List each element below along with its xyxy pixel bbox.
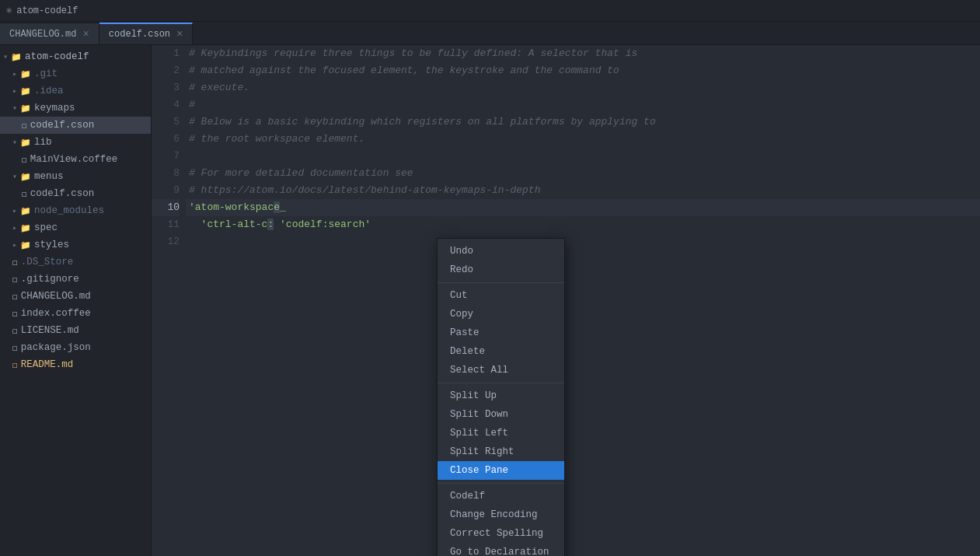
sidebar-item-menus[interactable]: ▾ 📁 menus <box>0 168 151 185</box>
sidebar-item-spec[interactable]: ▸ 📁 spec <box>0 219 151 236</box>
sidebar-item-gitignore[interactable]: ◻ .gitignore <box>0 271 151 288</box>
sidebar-item-lib-label: lib <box>34 137 52 148</box>
sidebar-item-license-md-label: LICENSE.md <box>21 325 79 336</box>
sidebar-item-idea[interactable]: ▸ 📁 .idea <box>0 82 151 100</box>
menu-separator-3 <box>438 483 564 484</box>
menu-item-split-left[interactable]: Split Left <box>438 424 564 442</box>
file-icon: ◻ <box>12 343 18 353</box>
editor-content: 1 2 3 4 5 6 7 8 9 10 11 12 # Keybindings… <box>152 45 980 556</box>
menu-item-copy[interactable]: Copy <box>438 305 564 323</box>
line-num-5: 5 <box>152 114 180 131</box>
folder-icon: 📁 <box>20 86 31 96</box>
tab-changelog-close[interactable]: × <box>82 29 89 40</box>
file-icon: ◻ <box>22 155 27 165</box>
menu-item-change-encoding[interactable]: Change Encoding <box>438 505 564 524</box>
chevron-right-icon: ▸ <box>12 206 17 215</box>
sidebar-item-ds-store[interactable]: ◻ .DS_Store <box>0 254 151 271</box>
menu-item-codelf[interactable]: Codelf <box>438 487 564 505</box>
sidebar: ▾ 📁 atom-codelf ▸ 📁 .git ▸ 📁 .idea ▾ 📁 k… <box>0 45 152 556</box>
menu-item-select-all[interactable]: Select All <box>438 361 564 379</box>
line-num-12: 12 <box>152 233 180 250</box>
menu-item-correct-spelling[interactable]: Correct Spelling <box>438 524 564 543</box>
sidebar-item-menus-label: menus <box>34 171 64 182</box>
sidebar-item-index-coffee-label: index.coffee <box>21 308 91 319</box>
line-num-3: 3 <box>152 79 180 96</box>
app-icon: ⚛ <box>6 5 12 16</box>
menu-separator-2 <box>438 383 564 383</box>
folder-icon: 📁 <box>20 69 31 79</box>
sidebar-item-codelf-cson-menus-label: codelf.cson <box>30 188 95 199</box>
file-icon: ◻ <box>12 292 18 302</box>
sidebar-item-styles[interactable]: ▸ 📁 styles <box>0 236 151 254</box>
chevron-down-icon: ▾ <box>3 52 8 61</box>
code-line-5: # Below is a basic keybinding which regi… <box>186 114 980 131</box>
sidebar-item-git-label: .git <box>34 68 58 79</box>
menu-item-paste[interactable]: Paste <box>438 323 564 342</box>
sidebar-item-mainview-coffee[interactable]: ◻ MainView.coffee <box>0 151 151 168</box>
code-line-7 <box>186 148 980 165</box>
file-icon: ◻ <box>22 121 27 131</box>
main-area: ▾ 📁 atom-codelf ▸ 📁 .git ▸ 📁 .idea ▾ 📁 k… <box>0 45 980 556</box>
line-num-1: 1 <box>152 45 180 62</box>
sidebar-item-package-json[interactable]: ◻ package.json <box>0 339 151 356</box>
sidebar-item-codelf-cson[interactable]: ◻ codelf.cson <box>0 117 151 134</box>
sidebar-item-git[interactable]: ▸ 📁 .git <box>0 65 151 82</box>
code-line-4: # <box>186 96 980 114</box>
folder-icon: 📁 <box>20 206 31 216</box>
editor[interactable]: 1 2 3 4 5 6 7 8 9 10 11 12 # Keybindings… <box>152 45 980 556</box>
menu-item-delete[interactable]: Delete <box>438 342 564 361</box>
menu-item-split-down[interactable]: Split Down <box>438 405 564 424</box>
menu-item-split-right[interactable]: Split Right <box>438 442 564 461</box>
menu-item-go-to-declaration[interactable]: Go to Declaration <box>438 543 564 556</box>
sidebar-item-spec-label: spec <box>34 222 58 233</box>
sidebar-item-license-md[interactable]: ◻ LICENSE.md <box>0 322 151 339</box>
sidebar-item-gitignore-label: .gitignore <box>21 274 79 285</box>
code-line-1: # Keybindings require three things to be… <box>186 45 980 62</box>
sidebar-item-mainview-coffee-label: MainView.coffee <box>30 154 118 165</box>
tab-codelf-cson[interactable]: codelf.cson × <box>99 23 194 44</box>
sidebar-item-lib[interactable]: ▾ 📁 lib <box>0 134 151 151</box>
context-menu: Undo Redo Cut Copy Paste Delete Select A… <box>437 238 565 556</box>
file-icon: ◻ <box>22 189 27 199</box>
sidebar-item-node-modules[interactable]: ▸ 📁 node_modules <box>0 202 151 219</box>
folder-icon: 📁 <box>20 240 31 250</box>
file-icon: ◻ <box>12 257 18 268</box>
chevron-right-icon: ▸ <box>12 240 17 250</box>
chevron-down-icon: ▾ <box>12 138 17 147</box>
tab-bar: CHANGELOG.md × codelf.cson × <box>0 22 980 45</box>
sidebar-item-index-coffee[interactable]: ◻ index.coffee <box>0 305 151 322</box>
tab-codelf-cson-close[interactable]: × <box>176 29 183 40</box>
sidebar-item-package-json-label: package.json <box>21 342 91 353</box>
menu-item-undo[interactable]: Undo <box>438 242 564 261</box>
sidebar-item-changelog-md-label: CHANGELOG.md <box>21 291 91 302</box>
sidebar-item-styles-label: styles <box>34 240 69 250</box>
chevron-down-icon: ▾ <box>12 103 17 113</box>
sidebar-item-changelog-md[interactable]: ◻ CHANGELOG.md <box>0 288 151 305</box>
folder-open-icon: 📁 <box>20 138 31 148</box>
chevron-right-icon: ▸ <box>12 223 17 233</box>
file-icon: ◻ <box>12 309 18 319</box>
sidebar-item-root-label: atom-codelf <box>25 51 89 62</box>
tab-codelf-cson-label: codelf.cson <box>109 29 170 40</box>
chevron-right-icon: ▸ <box>12 86 17 96</box>
menu-item-close-pane[interactable]: Close Pane <box>438 461 564 480</box>
menu-item-cut[interactable]: Cut <box>438 286 564 305</box>
code-line-2: # matched against the focused element, t… <box>186 62 980 79</box>
code-line-10: 'atom-workspace_ <box>186 199 980 216</box>
code-area[interactable]: # Keybindings require three things to be… <box>186 45 980 556</box>
line-num-2: 2 <box>152 62 180 79</box>
sidebar-item-codelf-cson-menus[interactable]: ◻ codelf.cson <box>0 185 151 202</box>
menu-item-split-up[interactable]: Split Up <box>438 386 564 405</box>
line-num-9: 9 <box>152 182 180 199</box>
sidebar-item-root[interactable]: ▾ 📁 atom-codelf <box>0 48 151 65</box>
folder-icon: 📁 <box>20 223 31 233</box>
code-line-12 <box>186 233 980 250</box>
line-num-8: 8 <box>152 165 180 182</box>
code-line-11: 'ctrl-alt-c: 'codelf:search' <box>186 216 980 233</box>
menu-item-redo[interactable]: Redo <box>438 261 564 279</box>
line-num-10: 10 <box>152 199 180 216</box>
sidebar-item-keymaps[interactable]: ▾ 📁 keymaps <box>0 100 151 117</box>
sidebar-item-readme-md[interactable]: ◻ README.md <box>0 356 151 373</box>
tab-changelog[interactable]: CHANGELOG.md × <box>0 23 99 44</box>
title-bar: ⚛ atom-codelf <box>0 0 980 22</box>
